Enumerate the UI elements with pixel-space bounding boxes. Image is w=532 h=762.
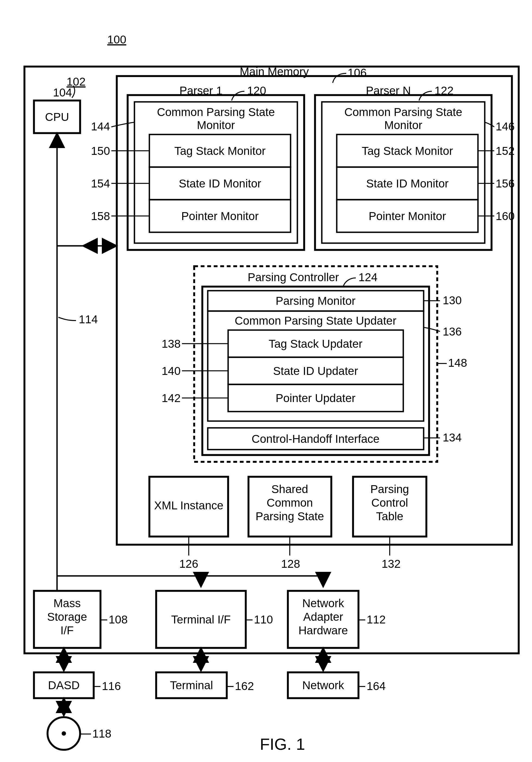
parserN-title: Parser N (366, 84, 411, 97)
parser1-tag-label: Tag Stack Monitor (174, 144, 266, 157)
system-ref: 100 (107, 33, 126, 46)
pN-tag-ref: 152 (496, 144, 515, 157)
parser1-cps-l1: Common Parsing State (157, 106, 275, 118)
sysbus-ref: 114 (79, 313, 98, 326)
architecture-diagram: 100 102 CPU 104 114 Main Memory 106 Pars… (5, 5, 532, 762)
cpsu-ref: 136 (443, 325, 462, 338)
pN-cps-l1: Common Parsing State (344, 106, 462, 118)
xml-ref: 126 (179, 558, 198, 570)
cpsu-label: Common Parsing State Updater (234, 314, 396, 327)
pct-l1: Parsing (370, 483, 409, 495)
xml-label: XML Instance (154, 499, 223, 512)
ctrl-ref: 124 (359, 271, 377, 284)
main-memory-label: Main Memory (240, 65, 309, 78)
p1-ptr-ref: 158 (91, 210, 110, 222)
figure-title: FIG. 1 (260, 735, 305, 753)
ptru-ref: 142 (162, 392, 180, 405)
parserN-ref: 122 (434, 84, 453, 97)
network-label: Network (302, 679, 344, 692)
pN-cps-ref: 146 (496, 120, 515, 133)
terminal-label: Terminal (170, 679, 213, 692)
stateu-label: State ID Updater (273, 364, 358, 377)
cpu-ref: 104 (53, 86, 72, 99)
pct-ref: 132 (381, 558, 401, 570)
network-ref: 164 (366, 680, 386, 692)
tagu-ref: 138 (162, 338, 180, 350)
pN-state-ref: 156 (496, 177, 515, 190)
p1-state-ref: 154 (91, 177, 110, 190)
mass-ref: 108 (109, 613, 128, 626)
pN-tag-label: Tag Stack Monitor (362, 144, 453, 157)
termif-ref: 110 (254, 613, 273, 626)
pN-state-label: State ID Monitor (366, 177, 448, 190)
ctrl-outer-ref: 148 (448, 356, 467, 369)
dasd-label: DASD (48, 679, 80, 692)
chi-ref: 134 (443, 431, 462, 444)
chi-label: Control-Handoff Interface (252, 432, 380, 445)
p1-cps-ref: 144 (91, 120, 110, 133)
pN-ptr-ref: 160 (496, 210, 515, 222)
parser1-ptr-label: Pointer Monitor (181, 210, 259, 222)
p1-tag-ref: 150 (91, 144, 110, 157)
mass-l1: Mass (53, 597, 81, 610)
svg-point-9 (62, 731, 66, 736)
ptru-label: Pointer Updater (276, 392, 356, 405)
parser1-ref: 120 (247, 84, 266, 97)
parser1-cps-l2: Monitor (197, 119, 235, 131)
parser1-title: Parser 1 (179, 84, 223, 97)
shared-l3: Parsing State (255, 510, 324, 523)
main-memory-ref: 106 (348, 66, 366, 79)
pct-l3: Table (376, 510, 403, 523)
pN-ptr-label: Pointer Monitor (369, 210, 446, 222)
nah-l1: Network (302, 597, 344, 610)
nah-ref: 112 (366, 613, 386, 626)
cpu-label: CPU (45, 111, 69, 123)
shared-ref: 128 (281, 558, 300, 570)
pct-l2: Control (371, 496, 408, 509)
tagu-label: Tag Stack Updater (269, 338, 363, 350)
mass-l3: I/F (61, 624, 74, 637)
stateu-ref: 140 (162, 364, 180, 377)
shared-l2: Common (267, 496, 313, 509)
nah-l3: Hardware (299, 624, 348, 637)
termif-label: Terminal I/F (171, 613, 231, 626)
mass-l2: Storage (47, 610, 87, 623)
dasd-ref: 116 (102, 680, 121, 692)
disk-ref: 118 (92, 727, 111, 740)
pm-ref: 130 (443, 294, 462, 307)
pm-label: Parsing Monitor (276, 294, 356, 307)
ctrl-title: Parsing Controller (248, 271, 339, 284)
shared-l1: Shared (271, 483, 308, 495)
parser1-state-label: State ID Monitor (179, 177, 261, 190)
terminal-ref: 162 (235, 680, 254, 692)
nah-l2: Adapter (303, 610, 343, 623)
pN-cps-l2: Monitor (384, 119, 422, 131)
